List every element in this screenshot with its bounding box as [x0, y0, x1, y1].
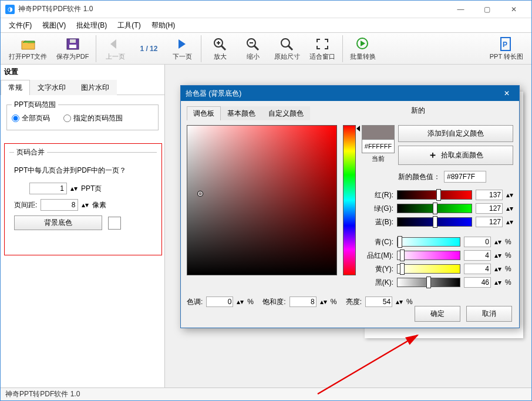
- app-icon: ◑: [5, 5, 15, 14]
- tab-palette[interactable]: 调色板: [187, 106, 221, 120]
- merge-group: 页码合并 PPT中每几页合并到PDF中的一页？ ▴▾ PPT页 页间距: ▴▾ …: [9, 147, 157, 241]
- y-value-input[interactable]: [464, 264, 491, 274]
- radio-spec-pages-input[interactable]: [63, 114, 71, 122]
- ppt-to-longimg-button[interactable]: P PPT 转长图: [485, 33, 528, 64]
- pick-screen-color-button[interactable]: ＋拾取桌面颜色: [398, 146, 513, 165]
- statusbar: 神奇PPT转PDF软件 1.0: [1, 387, 531, 400]
- b-value-input[interactable]: [476, 217, 503, 227]
- minimize-button[interactable]: —: [447, 1, 474, 18]
- new-color-value-input[interactable]: [444, 171, 486, 183]
- ppt-page-icon: P: [499, 36, 513, 52]
- page-range-group: PPT页码范围 全部页码 指定的页码范围: [6, 100, 159, 130]
- batch-convert-button[interactable]: 批量转换: [345, 33, 381, 64]
- merge-question: PPT中每几页合并到PDF中的一页？: [14, 166, 152, 176]
- menu-help[interactable]: 帮助(H): [147, 19, 180, 32]
- settings-title: 设置: [1, 65, 164, 79]
- r-slider[interactable]: [397, 190, 472, 200]
- r-value-input[interactable]: [476, 190, 503, 200]
- lig-label: 亮度:: [346, 297, 362, 307]
- updown-icon[interactable]: ▴▾: [320, 298, 327, 306]
- tab-general[interactable]: 常规: [1, 80, 30, 95]
- bg-color-swatch[interactable]: [108, 217, 121, 230]
- settings-tabs: 常规 文字水印 图片水印: [1, 79, 164, 95]
- settings-panel: 设置 常规 文字水印 图片水印 PPT页码范围 全部页码 指定的页码范围 页码合…: [1, 65, 165, 387]
- menu-batch[interactable]: 批处理(B): [72, 19, 112, 32]
- updown-icon[interactable]: ▴▾: [494, 278, 501, 287]
- updown-icon[interactable]: ▴▾: [506, 191, 513, 199]
- radio-specified-pages[interactable]: 指定的页码范围: [63, 113, 123, 123]
- m-slider[interactable]: [397, 251, 460, 260]
- fit-window-button[interactable]: 适合窗口: [305, 33, 340, 64]
- y-slider[interactable]: [397, 264, 460, 274]
- radio-all-pages[interactable]: 全部页码: [12, 113, 50, 123]
- pct-label: %: [505, 251, 513, 260]
- c-slider[interactable]: [397, 237, 460, 247]
- k-slider[interactable]: [397, 278, 460, 287]
- sv-marker-icon[interactable]: [198, 191, 203, 196]
- k-value-input[interactable]: [464, 277, 491, 288]
- updown-icon[interactable]: ▴▾: [494, 265, 501, 273]
- g-slider[interactable]: [397, 204, 472, 213]
- updown-icon[interactable]: ▴▾: [494, 238, 501, 246]
- updown-icon[interactable]: ▴▾: [396, 298, 403, 306]
- highlight-annotation: 页码合并 PPT中每几页合并到PDF中的一页？ ▴▾ PPT页 页间距: ▴▾ …: [4, 143, 162, 255]
- save-label: 保存为PDF: [56, 52, 89, 61]
- menu-view[interactable]: 视图(V): [38, 19, 70, 32]
- tab-text-watermark[interactable]: 文字水印: [30, 80, 73, 95]
- svg-line-8: [254, 46, 258, 50]
- play-circle-icon: [355, 36, 371, 52]
- background-color-button[interactable]: 背景底色: [14, 215, 102, 230]
- b-label: 蓝(B):: [362, 217, 393, 227]
- updown-icon[interactable]: ▴▾: [506, 204, 513, 213]
- menu-tools[interactable]: 工具(T): [113, 19, 145, 32]
- sat-input[interactable]: [289, 296, 316, 307]
- gap-input[interactable]: [41, 199, 78, 211]
- open-button[interactable]: 打开PPT文件: [4, 33, 52, 64]
- hue-slider[interactable]: [343, 125, 356, 275]
- cancel-button[interactable]: 取消: [466, 306, 512, 322]
- ok-button[interactable]: 确定: [415, 306, 460, 322]
- zoom-in-button[interactable]: 放大: [204, 33, 237, 64]
- menu-file[interactable]: 文件(F): [4, 19, 36, 32]
- arrow-left-icon: [108, 36, 122, 52]
- tab-custom-colors[interactable]: 自定义颜色: [262, 106, 310, 120]
- updown-icon[interactable]: ▴▾: [82, 201, 89, 209]
- svg-rect-2: [70, 39, 76, 43]
- magnifier-icon: [280, 36, 295, 52]
- saturation-value-area[interactable]: [187, 125, 337, 275]
- next-label: 下一页: [173, 52, 192, 61]
- dialog-close-button[interactable]: ✕: [499, 87, 514, 100]
- updown-icon[interactable]: ▴▾: [237, 298, 244, 306]
- svg-rect-1: [69, 45, 76, 48]
- actual-size-button[interactable]: 原始尺寸: [270, 33, 305, 64]
- updown-icon[interactable]: ▴▾: [70, 184, 78, 193]
- add-to-custom-button[interactable]: 添加到自定义颜色: [398, 125, 513, 142]
- hue-input[interactable]: [206, 296, 233, 307]
- prev-label: 上一页: [106, 52, 125, 61]
- c-value-input[interactable]: [464, 237, 491, 247]
- g-value-input[interactable]: [476, 203, 503, 214]
- pct-label: %: [505, 265, 513, 273]
- y-label: 黄(Y):: [362, 264, 393, 274]
- tab-image-watermark[interactable]: 图片水印: [73, 80, 117, 95]
- maximize-button[interactable]: ▢: [474, 1, 500, 18]
- prev-page-button[interactable]: 上一页: [99, 33, 132, 64]
- m-value-input[interactable]: [464, 250, 491, 261]
- r-label: 红(R):: [362, 190, 393, 200]
- zoom-out-button[interactable]: 缩小: [237, 33, 270, 64]
- fit-icon: [315, 36, 329, 52]
- updown-icon[interactable]: ▴▾: [494, 251, 501, 260]
- hue-thumb-icon[interactable]: [356, 126, 360, 132]
- tab-basic-colors[interactable]: 基本颜色: [221, 106, 262, 120]
- b-slider[interactable]: [397, 217, 472, 227]
- next-page-button[interactable]: 下一页: [166, 33, 198, 64]
- close-window-button[interactable]: ✕: [500, 1, 527, 18]
- lig-input[interactable]: [365, 296, 392, 307]
- updown-icon[interactable]: ▴▾: [506, 218, 513, 226]
- radio-spec-label: 指定的页码范围: [73, 113, 123, 123]
- save-pdf-button[interactable]: 保存为PDF: [52, 33, 93, 64]
- dialog-titlebar: 拾色器 (背景底色) ✕: [181, 86, 519, 101]
- radio-all-pages-input[interactable]: [12, 114, 19, 122]
- zoomin-label: 放大: [214, 52, 227, 61]
- ppt-pages-input[interactable]: [29, 183, 67, 194]
